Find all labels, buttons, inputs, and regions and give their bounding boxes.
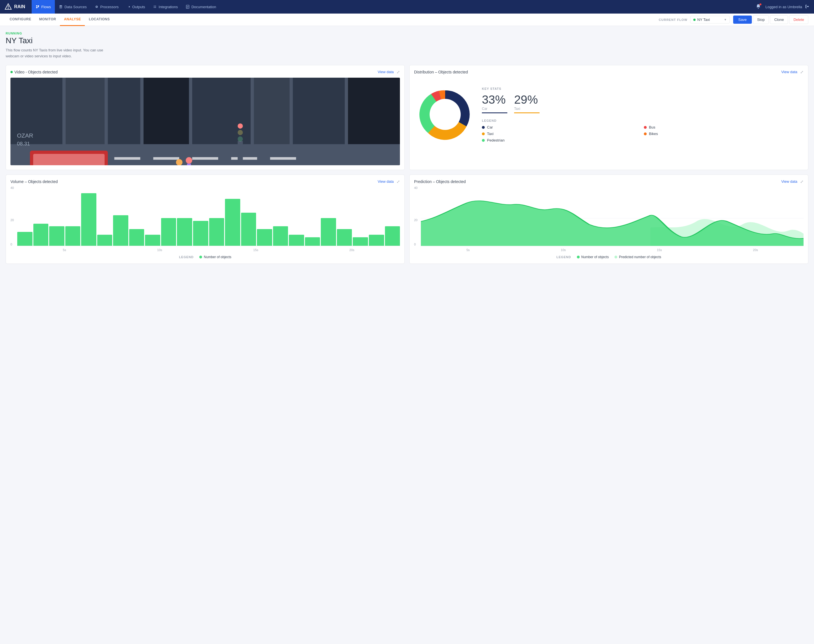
taxi-stat-value: 29% [514, 94, 539, 106]
notification-dot [759, 3, 762, 5]
bar [257, 229, 272, 246]
brand[interactable]: RAIN [5, 3, 27, 11]
bar [385, 226, 400, 245]
volume-x-label-10s: 10s [157, 248, 162, 251]
volume-legend-dot [199, 256, 202, 258]
car-stat-bar [482, 112, 507, 113]
notification-bell[interactable] [756, 4, 761, 10]
chevron-down-icon: ▼ [724, 18, 726, 21]
volume-view-data-link[interactable]: View data [378, 179, 394, 184]
prediction-panel-header: Prediction – Objects detected View data … [414, 179, 803, 184]
documentation-nav-item[interactable]: Documentation [182, 0, 220, 14]
prediction-expand-icon[interactable]: ⤢ [800, 179, 803, 184]
taxi-stat-bar [514, 112, 539, 113]
integrations-icon [153, 5, 157, 9]
distribution-panel-title: Distribution – Objects detected [414, 70, 468, 74]
delete-button[interactable]: Delete [789, 15, 808, 24]
legend-taxi-dot [482, 132, 485, 135]
legend-pedestrian-dot [482, 139, 485, 142]
integrations-nav-item[interactable]: Integrations [149, 0, 182, 14]
svg-point-48 [186, 157, 192, 164]
legend-bikes: Bikes [644, 132, 803, 136]
sub-nav-monitor[interactable]: MONITOR [35, 14, 60, 26]
prediction-view-data-link[interactable]: View data [781, 179, 797, 184]
prediction-legend-item1: Number of objects [581, 255, 609, 259]
donut-chart-container [414, 78, 476, 152]
svg-text:OZAR: OZAR [17, 132, 33, 139]
prediction-x-15s: 15s [657, 248, 662, 251]
flow-selector[interactable]: NY Taxi ▼ [690, 16, 730, 23]
bar [305, 237, 320, 245]
volume-legend-label: LEGEND [179, 255, 194, 259]
logout-button[interactable] [805, 4, 809, 9]
key-stats-label: KEY STATS [482, 87, 803, 90]
svg-rect-26 [153, 157, 179, 159]
volume-panel-title: Volume – Objects detected [11, 179, 58, 184]
sub-nav-configure[interactable]: CONFIGURE [6, 14, 35, 26]
prediction-x-labels: 5s 10s 15s 20s [421, 248, 803, 251]
stop-button[interactable]: Stop [753, 15, 769, 24]
prediction-legend: LEGEND Number of objects Predicted numbe… [414, 255, 803, 259]
svg-rect-28 [231, 157, 257, 159]
video-container: COVER INSIDE [11, 78, 400, 165]
sub-nav-analyse[interactable]: ANALYSE [60, 14, 85, 26]
integrations-label: Integrations [158, 5, 178, 9]
prediction-legend-dot1 [577, 256, 580, 258]
taxi-stat: 29% Taxi [514, 94, 539, 113]
volume-x-label-20s: 20s [349, 248, 355, 251]
flows-label: Flows [41, 5, 51, 9]
svg-rect-15 [254, 78, 289, 150]
documentation-icon [186, 5, 190, 9]
svg-rect-39 [33, 154, 104, 165]
sub-nav-locations[interactable]: LOCATIONS [85, 14, 114, 26]
prediction-legend-item2: Predicted number of objects [619, 255, 661, 259]
save-button[interactable]: Save [733, 15, 752, 24]
volume-y-max: 40 [11, 186, 14, 190]
distribution-view-data-link[interactable]: View data [781, 70, 797, 74]
prediction-x-20s: 20s [753, 248, 758, 251]
bottom-panels-row: Volume – Objects detected View data ⤢ 40… [6, 175, 808, 264]
volume-x-label-15s: 15s [253, 248, 258, 251]
current-flow-label: CURRENT FLOW [659, 18, 687, 21]
svg-rect-17 [348, 78, 400, 150]
legend-grid: Car Bus Taxi Bikes [482, 125, 803, 143]
video-panel: Video - Objects detected View data ⤢ [6, 65, 405, 170]
top-panels-row: Video - Objects detected View data ⤢ [6, 65, 808, 170]
bar [241, 213, 256, 246]
bar [97, 235, 112, 246]
street-scene-svg: COVER INSIDE [11, 78, 400, 165]
flow-status-badge: RUNNING [6, 32, 808, 35]
video-expand-icon[interactable]: ⤢ [396, 70, 400, 74]
volume-panel: Volume – Objects detected View data ⤢ 40… [6, 175, 405, 264]
svg-rect-25 [114, 157, 140, 159]
svg-point-54 [238, 136, 243, 141]
bar [369, 235, 384, 246]
prediction-svg-container [421, 191, 803, 246]
bar [113, 215, 128, 245]
taxi-stat-label: Taxi [514, 107, 539, 111]
processors-icon [95, 5, 99, 9]
bars-container [17, 191, 400, 246]
outputs-nav-item[interactable]: Outputs [123, 0, 149, 14]
bar [321, 218, 336, 246]
svg-point-2 [8, 8, 9, 9]
outputs-icon [127, 5, 131, 9]
clone-button[interactable]: Clone [770, 15, 788, 24]
legend-taxi: Taxi [482, 132, 642, 136]
distribution-expand-icon[interactable]: ⤢ [800, 70, 803, 74]
sub-nav: CONFIGURE MONITOR ANALYSE LOCATIONS CURR… [0, 14, 814, 26]
flows-nav-item[interactable]: Flows [32, 0, 55, 14]
data-sources-nav-item[interactable]: Data Sources [55, 0, 91, 14]
flows-icon [35, 5, 40, 9]
video-view-data-link[interactable]: View data [378, 70, 394, 74]
prediction-panel-title: Prediction – Objects detected [414, 179, 466, 184]
svg-point-4 [97, 6, 97, 7]
legend-bikes-dot [644, 132, 647, 135]
volume-y-mid: 20 [11, 218, 14, 222]
volume-expand-icon[interactable]: ⤢ [396, 179, 400, 184]
rain-logo-icon [5, 3, 12, 11]
bar [129, 229, 144, 246]
processors-nav-item[interactable]: Processors [91, 0, 123, 14]
data-sources-icon [59, 5, 63, 9]
bar [225, 199, 240, 246]
